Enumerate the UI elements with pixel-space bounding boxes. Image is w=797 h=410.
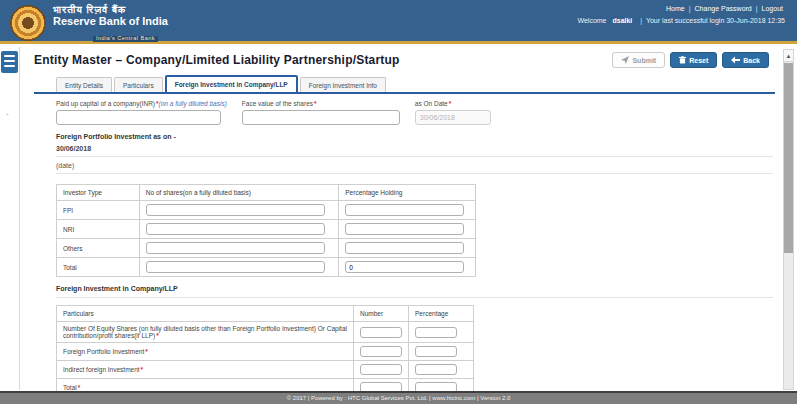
nav-separator: | [689, 5, 691, 12]
welcome-status: Welcome dsalki | Your last successful lo… [577, 17, 785, 24]
foreign-investment-table: Particulars Number Percentage Number Of … [56, 305, 474, 397]
table-row-nri: NRI [57, 220, 476, 239]
capital-fields-row: Paid up capital of a company(INR)*(on a … [56, 100, 773, 125]
welcome-separator: | [640, 17, 642, 24]
equity-shares-percentage-input[interactable] [415, 327, 457, 338]
face-value-field: Face value of the shares* [242, 100, 400, 125]
tab-particulars[interactable]: Particulars [114, 77, 163, 92]
required-asterisk: * [449, 100, 452, 107]
fpi-date-value: 30/06/2018 [56, 140, 773, 157]
row-label: Total [57, 258, 140, 277]
footer-bar: © 2017 | Powered by : HTC Global Service… [0, 391, 797, 404]
bank-tagline: India's Central Bank [93, 36, 158, 42]
tab-strip: Entity Details Particulars Foreign Inves… [34, 75, 775, 94]
logout-link[interactable]: Logout [762, 5, 783, 12]
fpi-shares-input[interactable] [146, 204, 325, 216]
row-label: Indirect foreign Investment* [57, 361, 354, 379]
others-shares-input[interactable] [146, 242, 325, 254]
row-label: NRI [57, 220, 140, 239]
rbi-logo: भारतीय रिज़र्व बैंक Reserve Bank of Indi… [10, 3, 168, 44]
main-area: - Entity Master – Company/Limited Liabil… [0, 47, 797, 390]
table-row-foreign-portfolio: Foreign Portfolio Investment* [57, 343, 474, 361]
col-number: Number [354, 306, 409, 322]
face-value-label: Face value of the shares* [242, 100, 400, 107]
investor-type-table: Investor Type No of shares(on a fully di… [56, 184, 476, 277]
section-divider [56, 297, 773, 298]
arrow-left-icon [731, 56, 740, 64]
as-on-date-label: as On Date* [415, 100, 491, 107]
bank-name-hindi: भारतीय रिज़र्व बैंक [53, 5, 168, 16]
scrollbar-up-arrow-icon[interactable]: ▲ [784, 50, 793, 62]
submit-button-label: Submit [632, 57, 656, 64]
form-body: Paid up capital of a company(INR)*(on a … [34, 94, 775, 397]
others-percentage-input[interactable] [345, 242, 464, 254]
total-shares-input[interactable] [146, 261, 325, 273]
action-toolbar: Submit Reset Back [612, 52, 769, 68]
fully-diluted-note: (on a fully diluted basis) [159, 100, 227, 107]
row-label: Number Of Equity Shares (on fully dilute… [57, 322, 354, 343]
nav-separator: | [756, 5, 758, 12]
username: dsalki [612, 17, 632, 24]
fpi-percentage-input[interactable] [345, 204, 464, 216]
fpi-section-heading: Foreign Portfolio Investment as on - [56, 133, 773, 140]
row-label: Others [57, 239, 140, 258]
sidebar-marker: - [6, 109, 9, 118]
required-asterisk: * [314, 100, 317, 107]
back-button-label: Back [743, 57, 760, 64]
tab-foreign-investment-company-llp[interactable]: Foreign Investment in Company/LLP [165, 75, 298, 94]
indirect-foreign-percentage-input[interactable] [415, 364, 457, 375]
table-row-others: Others [57, 239, 476, 258]
tab-foreign-investment-info[interactable]: Foreign Investment Info [300, 77, 386, 92]
as-on-date-input[interactable] [415, 110, 491, 125]
back-button[interactable]: Back [722, 52, 769, 68]
col-particulars: Particulars [57, 306, 354, 322]
menu-hamburger-icon[interactable] [1, 51, 18, 73]
col-percentage: Percentage [409, 306, 474, 322]
submit-button[interactable]: Submit [612, 52, 665, 68]
table-row-equity-shares: Number Of Equity Shares (on fully dilute… [57, 322, 474, 343]
welcome-label: Welcome [577, 17, 606, 24]
tab-entity-details[interactable]: Entity Details [56, 77, 112, 92]
equity-shares-number-input[interactable] [360, 327, 402, 338]
paid-up-capital-field: Paid up capital of a company(INR)*(on a … [56, 100, 227, 125]
header-links: Home|Change Password|Logout [577, 5, 785, 12]
bank-name-english: Reserve Bank of India [53, 16, 168, 28]
col-investor-type: Investor Type [57, 185, 140, 201]
nri-shares-input[interactable] [146, 223, 325, 235]
as-on-date-field: as On Date* [415, 100, 491, 125]
paid-up-capital-label: Paid up capital of a company(INR)*(on a … [56, 100, 227, 107]
vertical-scrollbar[interactable]: ▲ [783, 49, 794, 390]
home-link[interactable]: Home [666, 5, 685, 12]
foreign-portfolio-number-input[interactable] [360, 346, 402, 357]
trash-icon [679, 56, 686, 64]
table-row-total: Total [57, 258, 476, 277]
table-header-row: Investor Type No of shares(on a fully di… [57, 185, 476, 201]
fi-section-heading: Foreign Investment in Company/LLP [56, 285, 773, 292]
nri-percentage-input[interactable] [345, 223, 464, 235]
required-asterisk: * [156, 332, 159, 339]
change-password-link[interactable]: Change Password [695, 5, 752, 12]
rbi-seal-icon [10, 5, 46, 41]
fpi-date-caption: (date) [56, 157, 773, 174]
total-percentage-input[interactable] [345, 261, 464, 273]
left-sidebar: - [0, 47, 20, 390]
bank-name-block: भारतीय रिज़र्व बैंक Reserve Bank of Indi… [53, 3, 168, 44]
face-value-input[interactable] [242, 110, 400, 125]
required-asterisk: * [141, 366, 144, 373]
reset-button[interactable]: Reset [670, 52, 717, 68]
send-icon [621, 56, 629, 64]
table-row-indirect-foreign: Indirect foreign Investment* [57, 361, 474, 379]
table-header-row: Particulars Number Percentage [57, 306, 474, 322]
indirect-foreign-number-input[interactable] [360, 364, 402, 375]
last-login-text: Your last successful login 30-Jun-2018 1… [646, 17, 785, 24]
scrollbar-thumb[interactable] [784, 63, 793, 253]
content-area: Entity Master – Company/Limited Liabilit… [20, 47, 797, 390]
col-percentage-holding: Percentage Holding [339, 185, 476, 201]
row-label: Foreign Portfolio Investment* [57, 343, 354, 361]
foreign-portfolio-percentage-input[interactable] [415, 346, 457, 357]
paid-up-capital-input[interactable] [56, 110, 221, 125]
reset-button-label: Reset [689, 57, 708, 64]
rbi-firms-app: भारतीय रिज़र्व बैंक Reserve Bank of Indi… [0, 0, 797, 410]
top-header-bar: भारतीय रिज़र्व बैंक Reserve Bank of Indi… [0, 0, 797, 44]
col-no-of-shares: No of shares(on a fully diluted basis) [139, 185, 338, 201]
